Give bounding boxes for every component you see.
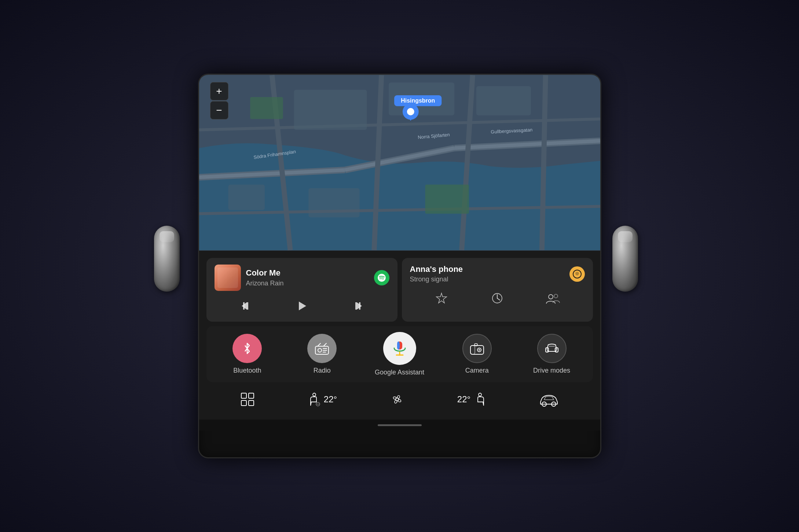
- car-view-button[interactable]: [539, 392, 559, 407]
- phone-status-icon: [569, 266, 585, 282]
- infotainment-screen: Hisingsbron Södra Frihamnsplan Norra Sjö…: [198, 74, 601, 458]
- contacts-button[interactable]: [544, 289, 562, 307]
- spotify-icon[interactable]: [374, 270, 389, 285]
- svg-rect-29: [247, 302, 248, 310]
- fan-control[interactable]: [389, 392, 405, 407]
- drive-modes-label: Drive modes: [533, 367, 570, 374]
- svg-text:Hisingsbron: Hisingsbron: [401, 97, 435, 104]
- svg-point-56: [479, 349, 480, 351]
- right-seat-climate[interactable]: 22°: [457, 392, 487, 407]
- home-indicator: [199, 420, 600, 431]
- map-area[interactable]: Hisingsbron Södra Frihamnsplan Norra Sjö…: [199, 75, 600, 251]
- radio-label: Radio: [314, 367, 331, 374]
- music-card-top: Color Me Arizona Rain: [215, 265, 389, 291]
- svg-point-43: [318, 348, 322, 352]
- bluetooth-button[interactable]: Bluetooth: [225, 334, 269, 374]
- svg-point-40: [549, 295, 553, 299]
- svg-marker-36: [436, 293, 447, 303]
- car-surround: Hisingsbron Södra Frihamnsplan Norra Sjö…: [143, 46, 656, 486]
- camera-button[interactable]: Camera: [455, 334, 499, 374]
- play-button[interactable]: [293, 297, 311, 315]
- phone-actions: [410, 289, 585, 307]
- zoom-in-button[interactable]: +: [210, 82, 228, 100]
- svg-marker-31: [299, 302, 306, 310]
- svg-rect-54: [470, 346, 475, 354]
- svg-rect-50: [397, 341, 400, 350]
- svg-rect-34: [359, 302, 360, 310]
- svg-point-65: [313, 393, 316, 396]
- left-seat-climate[interactable]: 22°: [308, 392, 337, 407]
- radio-button[interactable]: Radio: [300, 334, 344, 374]
- home-bar: [378, 424, 422, 426]
- svg-rect-13: [294, 90, 367, 130]
- svg-rect-19: [425, 185, 469, 214]
- recent-calls-button[interactable]: [488, 289, 506, 307]
- apps-row: Bluetooth: [206, 326, 593, 382]
- phone-signal: Strong signal: [410, 276, 564, 283]
- svg-rect-18: [250, 97, 283, 119]
- bluetooth-icon: [232, 334, 262, 363]
- next-button[interactable]: [348, 297, 367, 315]
- favorites-button[interactable]: [432, 289, 451, 307]
- radio-icon: [307, 334, 337, 363]
- bluetooth-label: Bluetooth: [233, 367, 261, 374]
- svg-rect-62: [249, 393, 254, 398]
- music-info: Color Me Arizona Rain: [246, 268, 369, 287]
- bottom-bar: 22° 22°: [206, 387, 593, 412]
- svg-line-39: [497, 298, 500, 300]
- phone-name: Anna's phone: [410, 265, 564, 274]
- cards-row: Color Me Arizona Rain: [206, 258, 593, 322]
- svg-rect-30: [243, 302, 245, 310]
- svg-line-47: [318, 343, 320, 346]
- svg-point-22: [407, 108, 414, 115]
- svg-line-48: [323, 343, 326, 346]
- svg-point-69: [479, 393, 481, 396]
- svg-line-10: [542, 75, 545, 250]
- svg-rect-17: [308, 188, 359, 218]
- phone-card[interactable]: Anna's phone Strong signal: [402, 258, 593, 322]
- left-knob[interactable]: [154, 226, 187, 306]
- svg-rect-15: [476, 86, 531, 115]
- phone-info: Anna's phone Strong signal: [410, 265, 564, 283]
- home-menu-button[interactable]: [240, 392, 255, 407]
- drive-modes-icon: [537, 334, 567, 363]
- left-temp: 22°: [324, 394, 337, 404]
- svg-rect-16: [228, 185, 264, 210]
- drive-modes-button[interactable]: Drive modes: [530, 334, 574, 374]
- svg-rect-63: [241, 400, 246, 406]
- zoom-controls: + −: [210, 82, 228, 119]
- music-card[interactable]: Color Me Arizona Rain: [206, 258, 397, 322]
- phone-card-top: Anna's phone Strong signal: [410, 265, 585, 283]
- album-art: [215, 265, 241, 291]
- right-temp: 22°: [457, 394, 470, 404]
- svg-rect-33: [355, 302, 357, 310]
- camera-icon: [462, 334, 492, 363]
- music-controls: [215, 297, 389, 315]
- music-title: Color Me: [246, 268, 369, 278]
- right-knob[interactable]: [612, 226, 645, 306]
- google-assistant-icon: [383, 332, 416, 365]
- ui-panel: Color Me Arizona Rain: [199, 251, 600, 420]
- zoom-out-button[interactable]: −: [210, 101, 228, 119]
- google-assistant-label: Google Assistant: [375, 369, 424, 376]
- camera-label: Camera: [465, 367, 489, 374]
- google-assistant-button[interactable]: Google Assistant: [375, 332, 424, 376]
- svg-point-41: [554, 294, 558, 298]
- svg-rect-61: [241, 393, 246, 398]
- svg-rect-64: [249, 400, 254, 406]
- prev-button[interactable]: [237, 297, 255, 315]
- music-artist: Arizona Rain: [246, 280, 369, 287]
